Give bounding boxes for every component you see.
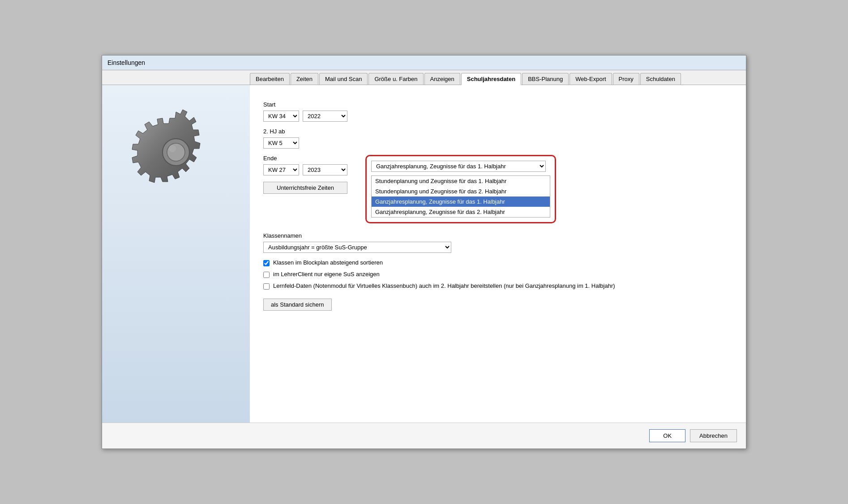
checkbox1-label: Klassen im Blockplan absteigend sortiere… <box>273 259 383 266</box>
bottom-bar: OK Abbrechen <box>102 423 746 448</box>
checkbox3[interactable] <box>263 283 270 290</box>
ok-button[interactable]: OK <box>649 429 685 442</box>
klassennamen-row: Ausbildungsjahr = größte SuS-Gruppe <box>263 242 732 253</box>
checkbox2-row: im LehrerClient nur eigene SuS anzeigen <box>263 271 732 278</box>
dropdown-main: Stundenplanung und Zeugnisse für das 1. … <box>371 161 550 172</box>
cancel-button[interactable]: Abbrechen <box>690 429 737 442</box>
tab-bar: BearbeitenZeitenMail und ScanGröße u. Fa… <box>102 70 746 85</box>
left-panel <box>102 85 250 423</box>
einstellungen-dialog: Einstellungen BearbeitenZeitenMail und S… <box>102 55 746 449</box>
checkbox1[interactable] <box>263 260 270 266</box>
dropdown-list: Stundenplanung und Zeugnisse für das 1. … <box>371 175 550 218</box>
hj-section: 2. HJ ab KW 1KW 2KW 3KW 4KW 5KW 6 <box>263 128 732 149</box>
tab-proxy[interactable]: Proxy <box>613 73 639 85</box>
start-section: Start KW 30KW 31KW 32KW 33KW 34KW 35KW 3… <box>263 101 732 122</box>
klassennamen-label: Klassennamen <box>263 232 732 239</box>
content-area: Start KW 30KW 31KW 32KW 33KW 34KW 35KW 3… <box>102 85 746 423</box>
gear-icon <box>127 103 225 201</box>
svg-point-1 <box>167 143 185 161</box>
klassennamen-select[interactable]: Ausbildungsjahr = größte SuS-Gruppe <box>263 242 451 253</box>
right-panel: Start KW 30KW 31KW 32KW 33KW 34KW 35KW 3… <box>250 85 746 423</box>
title-bar: Einstellungen <box>102 56 746 70</box>
ende-dropdown-area: Ende KW 25KW 26KW 27KW 28 202220232024 U… <box>263 155 732 223</box>
checkbox3-row: Lernfeld-Daten (Notenmodul für Virtuelle… <box>263 282 732 290</box>
ende-col: Ende KW 25KW 26KW 27KW 28 202220232024 U… <box>263 155 347 194</box>
dropdown-container: Stundenplanung und Zeugnisse für das 1. … <box>365 155 556 223</box>
ende-label: Ende <box>263 155 347 162</box>
unterricht-button[interactable]: Unterrichtsfreie Zeiten <box>263 182 347 194</box>
svg-point-2 <box>169 145 176 152</box>
checkbox2[interactable] <box>263 272 270 278</box>
dropdown-item[interactable]: Ganzjahresplanung, Zeugnisse für das 2. … <box>372 207 550 217</box>
ende-row: KW 25KW 26KW 27KW 28 202220232024 <box>263 164 347 175</box>
kw-hj-select[interactable]: KW 1KW 2KW 3KW 4KW 5KW 6 <box>263 137 299 149</box>
dialog-title: Einstellungen <box>107 59 145 66</box>
dropdown-item[interactable]: Stundenplanung und Zeugnisse für das 2. … <box>372 186 550 196</box>
tab-bbs-planung[interactable]: BBS-Planung <box>522 73 569 85</box>
tab-bearbeiten[interactable]: Bearbeiten <box>250 73 290 85</box>
year-start-select[interactable]: 2020202120222023 <box>303 111 347 122</box>
dropdown-item[interactable]: Stundenplanung und Zeugnisse für das 1. … <box>372 176 550 186</box>
dropdown-item[interactable]: Ganzjahresplanung, Zeugnisse für das 1. … <box>372 196 550 207</box>
planning-select[interactable]: Stundenplanung und Zeugnisse für das 1. … <box>371 161 546 172</box>
tab-mail-und-scan[interactable]: Mail und Scan <box>319 73 368 85</box>
kw-ende-select[interactable]: KW 25KW 26KW 27KW 28 <box>263 164 299 175</box>
standard-button[interactable]: als Standard sichern <box>263 299 332 311</box>
checkbox3-label: Lernfeld-Daten (Notenmodul für Virtuelle… <box>273 282 615 289</box>
checkbox1-row: Klassen im Blockplan absteigend sortiere… <box>263 259 732 266</box>
tab-schuldaten[interactable]: Schuldaten <box>640 73 681 85</box>
year-ende-select[interactable]: 202220232024 <box>303 164 347 175</box>
tab-größe-u.-farben[interactable]: Größe u. Farben <box>368 73 423 85</box>
start-row: KW 30KW 31KW 32KW 33KW 34KW 35KW 36 2020… <box>263 111 732 122</box>
hj-row: KW 1KW 2KW 3KW 4KW 5KW 6 <box>263 137 732 149</box>
start-label: Start <box>263 101 732 108</box>
kw-start-select[interactable]: KW 30KW 31KW 32KW 33KW 34KW 35KW 36 <box>263 111 299 122</box>
tab-anzeigen[interactable]: Anzeigen <box>424 73 460 85</box>
tab-zeiten[interactable]: Zeiten <box>291 73 318 85</box>
klassennamen-section: Klassennamen Ausbildungsjahr = größte Su… <box>263 232 732 253</box>
checkbox2-label: im LehrerClient nur eigene SuS anzeigen <box>273 271 380 278</box>
tab-web-export[interactable]: Web-Export <box>570 73 612 85</box>
hj-label: 2. HJ ab <box>263 128 732 135</box>
tab-schuljahresdaten[interactable]: Schuljahresdaten <box>461 73 521 85</box>
